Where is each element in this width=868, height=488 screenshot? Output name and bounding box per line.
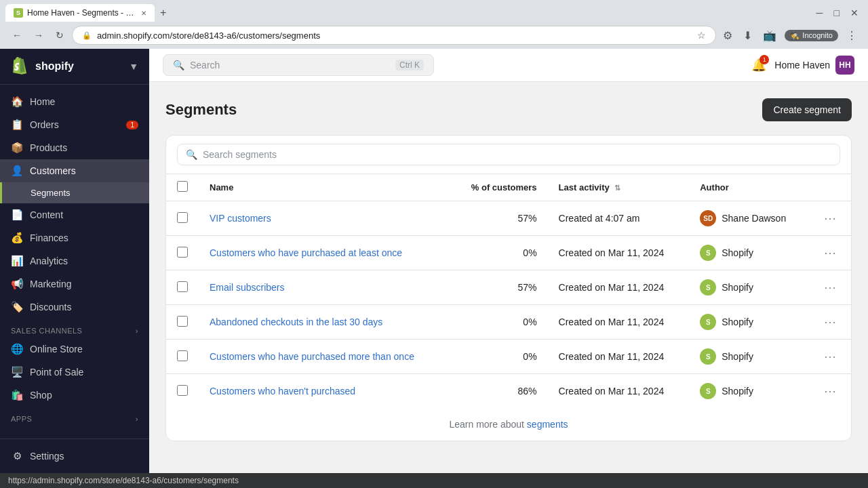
- sidebar-item-point-of-sale[interactable]: 🖥️ Point of Sale: [0, 361, 149, 384]
- close-tab-button[interactable]: ✕: [141, 9, 146, 17]
- table-row: Customers who haven't purchased 86% Crea…: [166, 374, 851, 409]
- customers-icon: 👤: [11, 165, 23, 177]
- row-checkbox-1[interactable]: [177, 247, 188, 258]
- notification-badge: 1: [760, 55, 769, 64]
- browser-tab[interactable]: S Home Haven - Segments - Sho ✕: [5, 4, 155, 22]
- row-more-button[interactable]: ⋯: [820, 244, 840, 262]
- row-checkbox-cell[interactable]: [166, 270, 199, 305]
- segments-link[interactable]: segments: [527, 419, 568, 430]
- pct-cell: 57%: [450, 201, 547, 236]
- sidebar-item-orders[interactable]: 📋 Orders 1: [0, 113, 149, 136]
- segment-name-link[interactable]: VIP customers: [210, 213, 271, 224]
- segment-name-cell[interactable]: Customers who have purchased more than o…: [199, 340, 450, 374]
- activity-cell: Created on Mar 11, 2024: [548, 340, 690, 374]
- activity-column-header[interactable]: Last activity ⇅: [548, 174, 690, 201]
- row-actions-cell[interactable]: ⋯: [809, 236, 851, 270]
- sidebar-item-analytics[interactable]: 📊 Analytics: [0, 249, 149, 272]
- reload-button[interactable]: ↻: [52, 27, 68, 43]
- address-bar[interactable]: 🔒 admin.shopify.com/store/de8143-a6/cust…: [72, 26, 716, 45]
- row-more-button[interactable]: ⋯: [820, 279, 840, 296]
- row-actions-cell[interactable]: ⋯: [809, 374, 851, 409]
- sidebar-item-content-label: Content: [30, 209, 63, 220]
- row-actions-cell[interactable]: ⋯: [809, 270, 851, 305]
- activity-cell: Created on Mar 11, 2024: [548, 236, 690, 270]
- row-more-button[interactable]: ⋯: [820, 209, 840, 227]
- segment-name-cell[interactable]: Email subscribers: [199, 270, 450, 305]
- segments-search-field[interactable]: [203, 149, 831, 160]
- search-placeholder: Search: [190, 60, 390, 70]
- sidebar-footer: ⚙ Settings: [0, 439, 149, 473]
- segment-name-cell[interactable]: Customers who have purchased at least on…: [199, 236, 450, 270]
- search-bar[interactable]: 🔍 Search Ctrl K: [163, 54, 434, 76]
- select-all-header[interactable]: [166, 174, 199, 201]
- bookmark-icon[interactable]: ☆: [697, 30, 706, 41]
- segment-name-cell[interactable]: VIP customers: [199, 201, 450, 236]
- sidebar-item-customers[interactable]: 👤 Customers: [0, 159, 149, 182]
- minimize-button[interactable]: ─: [812, 6, 827, 20]
- row-checkbox-3[interactable]: [177, 316, 188, 327]
- sidebar-item-analytics-label: Analytics: [30, 256, 68, 266]
- row-checkbox-cell[interactable]: [166, 340, 199, 374]
- select-all-checkbox[interactable]: [177, 181, 188, 192]
- forward-button[interactable]: →: [30, 27, 47, 43]
- segment-name-link[interactable]: Email subscribers: [210, 282, 284, 293]
- close-window-button[interactable]: ✕: [846, 6, 863, 20]
- sidebar-item-finances[interactable]: 💰 Finances: [0, 226, 149, 249]
- store-avatar: HH: [835, 56, 854, 75]
- back-button[interactable]: ←: [8, 27, 26, 43]
- segment-name-cell[interactable]: Abandoned checkouts in the last 30 days: [199, 305, 450, 340]
- store-selector-chevron[interactable]: ▼: [129, 61, 138, 72]
- row-checkbox-4[interactable]: [177, 350, 188, 361]
- row-checkbox-2[interactable]: [177, 281, 188, 292]
- segment-name-link[interactable]: Customers who have purchased more than o…: [210, 351, 414, 362]
- new-tab-button[interactable]: +: [155, 4, 172, 22]
- notification-button[interactable]: 🔔 1: [751, 58, 766, 73]
- segment-name-link[interactable]: Abandoned checkouts in the last 30 days: [210, 317, 382, 327]
- row-checkbox-cell[interactable]: [166, 236, 199, 270]
- sidebar-nav: 🏠 Home 📋 Orders 1 📦 Products 👤 Customers…: [0, 85, 149, 439]
- download-button[interactable]: ⬇: [741, 26, 755, 45]
- extensions-button[interactable]: ⚙: [720, 26, 735, 45]
- row-actions-cell[interactable]: ⋯: [809, 305, 851, 340]
- table-header: Name % of customers Last activity ⇅ Auth…: [166, 174, 851, 201]
- segment-name-link[interactable]: Customers who haven't purchased: [210, 386, 355, 396]
- row-checkbox-cell[interactable]: [166, 201, 199, 236]
- sidebar-item-content[interactable]: 📄 Content: [0, 203, 149, 226]
- maximize-button[interactable]: □: [830, 6, 844, 20]
- author-cell: S Shopify: [689, 236, 809, 270]
- sidebar-item-home[interactable]: 🏠 Home: [0, 90, 149, 113]
- apps-section[interactable]: Apps ›: [0, 407, 149, 426]
- content-icon: 📄: [11, 209, 23, 221]
- sidebar-item-settings[interactable]: ⚙ Settings: [0, 445, 149, 468]
- actions-column-header: [809, 174, 851, 201]
- sidebar-item-products[interactable]: 📦 Products: [0, 136, 149, 159]
- more-options-button[interactable]: ⋮: [844, 26, 860, 45]
- row-more-button[interactable]: ⋯: [820, 382, 840, 400]
- cast-button[interactable]: 📺: [760, 26, 779, 45]
- sidebar-item-shop[interactable]: 🛍️ Shop: [0, 384, 149, 407]
- sales-channels-section[interactable]: Sales channels ›: [0, 319, 149, 338]
- topbar: 🔍 Search Ctrl K 🔔 1 Home Haven HH: [149, 49, 868, 82]
- sidebar-item-marketing[interactable]: 📢 Marketing: [0, 272, 149, 296]
- row-actions-cell[interactable]: ⋯: [809, 201, 851, 236]
- sidebar-item-online-store[interactable]: 🌐 Online Store: [0, 338, 149, 361]
- create-segment-button[interactable]: Create segment: [762, 98, 852, 121]
- shopify-logo[interactable]: shopify: [11, 57, 74, 76]
- pct-cell: 57%: [450, 270, 547, 305]
- row-checkbox-0[interactable]: [177, 212, 188, 223]
- row-actions-cell[interactable]: ⋯: [809, 340, 851, 374]
- segment-name-link[interactable]: Customers who have purchased at least on…: [210, 247, 402, 258]
- table-row: Abandoned checkouts in the last 30 days …: [166, 305, 851, 340]
- row-checkbox-5[interactable]: [177, 385, 188, 396]
- row-checkbox-cell[interactable]: [166, 374, 199, 409]
- store-selector-button[interactable]: Home Haven HH: [774, 56, 854, 75]
- row-more-button[interactable]: ⋯: [820, 348, 840, 365]
- sidebar-item-discounts[interactable]: 🏷️ Discounts: [0, 296, 149, 319]
- marketing-icon: 📢: [11, 278, 23, 290]
- row-checkbox-cell[interactable]: [166, 305, 199, 340]
- sidebar-item-segments[interactable]: Segments: [0, 182, 149, 203]
- orders-icon: 📋: [11, 119, 23, 131]
- segment-name-cell[interactable]: Customers who haven't purchased: [199, 374, 450, 409]
- table-search-input[interactable]: 🔍: [177, 144, 840, 165]
- row-more-button[interactable]: ⋯: [820, 313, 840, 331]
